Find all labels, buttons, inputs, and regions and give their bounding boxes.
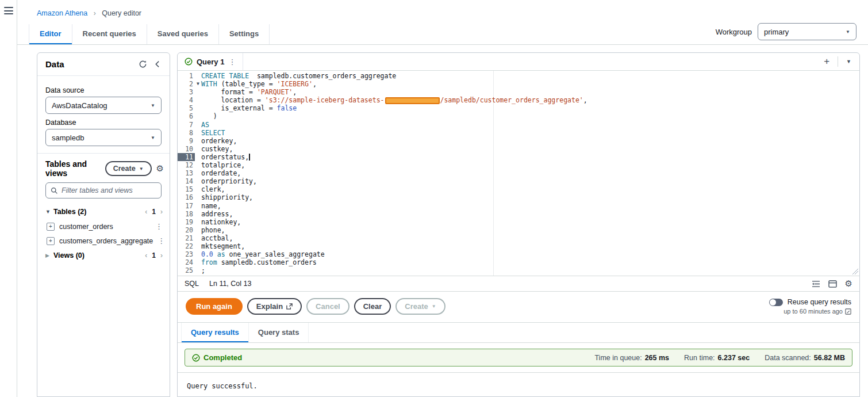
tables-section-header[interactable]: ▼ Tables (2) ‹ 1 › (37, 204, 170, 219)
code-text: SELECT (201, 129, 225, 137)
code-line[interactable]: 19nationkey, (178, 218, 859, 226)
language-indicator: SQL (185, 280, 199, 288)
code-line[interactable]: 9orderkey, (178, 137, 859, 145)
check-circle-icon (192, 354, 200, 362)
expand-table-icon[interactable]: + (47, 223, 55, 231)
metric-time-in-queue: Time in queue:265 ms (594, 354, 669, 362)
line-number: 16 (178, 193, 195, 201)
create-button[interactable]: Create ▼ (105, 161, 152, 176)
query-status-banner: Completed Time in queue:265 msRun time:6… (185, 349, 852, 367)
metric-data-scanned: Data scanned:56.82 MB (765, 354, 845, 362)
code-text: address, (201, 210, 233, 218)
table-kebab-menu-icon[interactable]: ⋮ (155, 222, 163, 231)
format-query-icon[interactable] (812, 280, 820, 288)
tab-query-stats[interactable]: Query stats (249, 323, 309, 342)
fold-gutter (195, 112, 201, 120)
code-line[interactable]: 10custkey, (178, 145, 859, 153)
tab-query-results[interactable]: Query results (181, 323, 249, 342)
fold-gutter (195, 242, 201, 250)
sql-code-editor[interactable]: 1CREATE TABLE sampledb.customers_orders_… (178, 71, 859, 276)
cancel-button[interactable]: Cancel (306, 298, 349, 315)
main-area: Data Data source AwsDataCatalog ▼ (17, 45, 868, 397)
fold-arrow-icon[interactable]: ▼ (195, 80, 201, 88)
expand-table-icon[interactable]: + (47, 237, 55, 245)
create-dropdown-button[interactable]: Create ▼ (395, 298, 445, 315)
code-line[interactable]: 1CREATE TABLE sampledb.customers_orders_… (178, 72, 859, 80)
code-text: orderpriority, (201, 177, 257, 185)
code-line[interactable]: 7AS (178, 121, 859, 129)
code-line[interactable]: 3 format = 'PARQUET', (178, 88, 859, 96)
preferences-panel-icon[interactable] (828, 280, 837, 288)
tables-count: (2) (78, 208, 86, 216)
fold-gutter (195, 104, 201, 112)
query-tab-kebab-icon[interactable]: ⋮ (228, 58, 236, 66)
prev-page-icon[interactable]: ‹ (145, 208, 147, 216)
prev-page-icon[interactable]: ‹ (145, 251, 147, 259)
line-number: 3 (178, 88, 195, 96)
workgroup-label: Workgroup (716, 28, 752, 36)
code-line[interactable]: 24from sampledb.customer_orders (178, 258, 859, 266)
menu-icon[interactable] (4, 7, 13, 14)
code-line[interactable]: 16shippriority, (178, 193, 859, 201)
collapse-panel-icon[interactable] (154, 60, 162, 68)
next-page-icon[interactable]: › (160, 208, 163, 216)
line-number: 13 (178, 169, 195, 177)
settings-gear-icon[interactable]: ⚙ (845, 278, 852, 289)
line-number: 7 (178, 121, 195, 129)
athena-query-editor-page: Amazon Athena › Query editor EditorRecen… (0, 0, 868, 397)
database-select[interactable]: sampledb ▼ (45, 129, 162, 146)
edit-icon[interactable] (845, 308, 851, 315)
code-line[interactable]: 18address, (178, 210, 859, 218)
tab-list-dropdown-icon[interactable]: ▼ (838, 59, 859, 64)
tab-recent-queries[interactable]: Recent queries (72, 24, 147, 44)
code-line[interactable]: 5 is_external = false (178, 104, 859, 112)
refresh-icon[interactable] (139, 60, 147, 68)
clear-button[interactable]: Clear (354, 298, 391, 315)
code-line[interactable]: 21acctbal, (178, 234, 859, 242)
breadcrumb-amazon-athena[interactable]: Amazon Athena (37, 9, 87, 17)
next-page-icon[interactable]: › (160, 251, 163, 259)
line-number: 18 (178, 210, 195, 218)
code-line[interactable]: 12totalprice, (178, 161, 859, 169)
fold-gutter (195, 210, 201, 218)
gear-icon[interactable]: ⚙ (156, 163, 164, 174)
code-line[interactable]: 230.0 as one_year_sales_aggregate (178, 250, 859, 258)
tab-editor[interactable]: Editor (29, 24, 72, 44)
code-text: acctbal, (201, 234, 233, 242)
code-line[interactable]: 6 ) (178, 112, 859, 120)
table-name[interactable]: customers_orders_aggregate (59, 237, 153, 245)
code-line[interactable]: 20phone, (178, 226, 859, 234)
editor-resize-handle[interactable] (852, 269, 858, 274)
code-line[interactable]: 4 location = 's3://sample-iceberg-datase… (178, 96, 859, 104)
code-line[interactable]: 11orderstatus, (178, 153, 859, 161)
code-text: name, (201, 202, 221, 210)
tab-settings[interactable]: Settings (219, 24, 270, 44)
code-line[interactable]: 2▼WITH (table_type = 'ICEBERG', (178, 80, 859, 88)
line-number: 6 (178, 112, 195, 120)
code-line[interactable]: 13orderdate, (178, 169, 859, 177)
code-line[interactable]: 8SELECT (178, 129, 859, 137)
views-section-header[interactable]: ▶ Views (0) ‹ 1 › (37, 248, 170, 263)
table-kebab-menu-icon[interactable]: ⋮ (158, 236, 165, 245)
code-line[interactable]: 15clerk, (178, 185, 859, 193)
tables-and-views-title: Tables and views (45, 159, 105, 178)
run-again-button[interactable]: Run again (186, 298, 243, 315)
workgroup-select[interactable]: primary ▼ (758, 23, 857, 40)
chevron-right-icon: ▶ (45, 253, 53, 258)
metric-run-time: Run time:6.237 sec (684, 354, 750, 362)
code-line[interactable]: 14orderpriority, (178, 177, 859, 185)
query-tab[interactable]: Query 1 ⋮ (178, 53, 243, 70)
tab-saved-queries[interactable]: Saved queries (147, 24, 219, 44)
reuse-results-toggle[interactable] (769, 299, 783, 306)
data-source-select[interactable]: AwsDataCatalog ▼ (45, 97, 162, 114)
table-name[interactable]: customer_orders (59, 223, 151, 231)
code-line[interactable]: 22mktsegment, (178, 242, 859, 250)
explain-button[interactable]: Explain (247, 298, 302, 315)
code-line[interactable]: 25; (178, 266, 859, 274)
filter-tables-input[interactable] (62, 186, 156, 194)
line-number: 12 (178, 161, 195, 169)
fold-gutter (195, 137, 201, 145)
fold-gutter (195, 88, 201, 96)
code-line[interactable]: 17name, (178, 202, 859, 210)
new-query-tab-button[interactable]: + (816, 56, 838, 67)
